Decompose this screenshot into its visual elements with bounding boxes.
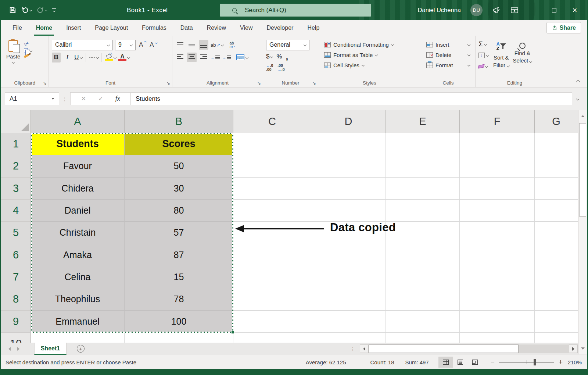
cell-F1[interactable]: [460, 133, 535, 155]
cell-F9[interactable]: [460, 311, 535, 333]
avatar[interactable]: DU: [470, 4, 483, 16]
cell-C1[interactable]: [233, 133, 311, 155]
cell-D2[interactable]: [311, 155, 386, 177]
row-header-3[interactable]: 3: [1, 178, 31, 200]
search-box[interactable]: Search (Alt+Q): [220, 4, 371, 17]
cell-G5[interactable]: [535, 222, 578, 244]
cell-C10[interactable]: [233, 333, 311, 343]
column-header-F[interactable]: F: [460, 110, 535, 133]
number-format-combo[interactable]: General: [266, 40, 309, 50]
align-left-button[interactable]: [175, 53, 185, 62]
find-select-button[interactable]: Find &Select: [511, 39, 534, 75]
cell-D1[interactable]: [311, 133, 386, 155]
format-painter-icon[interactable]: [24, 54, 29, 58]
zoom-slider-thumb[interactable]: [534, 359, 536, 365]
cell-E8[interactable]: [386, 288, 460, 310]
font-size-combo[interactable]: 9: [115, 40, 136, 50]
cell-C2[interactable]: [233, 155, 311, 177]
vertical-scrollbar[interactable]: [578, 110, 587, 343]
collapse-ribbon-icon[interactable]: [576, 80, 580, 84]
horizontal-scrollbar[interactable]: [360, 344, 578, 353]
cell-G8[interactable]: [535, 288, 578, 310]
cell-C4[interactable]: [233, 200, 311, 222]
user-name[interactable]: Daniel Uchenna: [418, 7, 461, 14]
cell-G2[interactable]: [535, 155, 578, 177]
cell-B4[interactable]: 80: [125, 200, 233, 222]
paste-button[interactable]: Paste: [4, 39, 22, 75]
tab-page-layout[interactable]: Page Layout: [88, 20, 135, 36]
increase-decimal-button[interactable]: ←.0.00: [266, 64, 273, 72]
borders-button[interactable]: [89, 53, 98, 63]
orientation-button[interactable]: ab↗: [211, 42, 223, 48]
scroll-down-icon[interactable]: [578, 343, 587, 354]
shrink-font-button[interactable]: A: [148, 41, 155, 49]
cell-F8[interactable]: [460, 288, 535, 310]
column-header-E[interactable]: E: [386, 110, 460, 133]
next-sheet-icon[interactable]: [17, 347, 19, 351]
scroll-left-icon[interactable]: [360, 344, 369, 353]
column-header-B[interactable]: B: [125, 110, 233, 133]
tab-help[interactable]: Help: [300, 20, 326, 36]
font-name-combo[interactable]: Calibri: [52, 40, 113, 50]
fill-color-button[interactable]: [105, 53, 116, 63]
top-align-button[interactable]: [175, 40, 185, 50]
cell-A3[interactable]: Chidera: [31, 178, 125, 200]
autosum-button[interactable]: Σ: [478, 39, 488, 49]
cell-F6[interactable]: [460, 244, 535, 266]
cell-C6[interactable]: [233, 244, 311, 266]
cell-E4[interactable]: [386, 200, 460, 222]
formula-input[interactable]: Students: [131, 92, 572, 105]
zoom-in-icon[interactable]: +: [559, 358, 563, 366]
cell-B6[interactable]: 87: [125, 244, 233, 266]
increase-indent-button[interactable]: →: [222, 55, 231, 60]
cell-C9[interactable]: [233, 311, 311, 333]
name-box[interactable]: A1: [5, 92, 59, 105]
tab-insert[interactable]: Insert: [59, 20, 88, 36]
wrap-text-button[interactable]: abc↩: [229, 41, 235, 49]
cell-A9[interactable]: Emmanuel: [31, 311, 125, 333]
tab-scroll-splitter[interactable]: ⋮: [350, 343, 355, 355]
cut-icon[interactable]: ✂: [23, 38, 33, 48]
cell-C3[interactable]: [233, 178, 311, 200]
font-dialog-launcher[interactable]: ↘: [166, 81, 170, 85]
cell-B10[interactable]: [125, 333, 233, 343]
cell-B9[interactable]: 100: [125, 311, 233, 333]
cell-F5[interactable]: [460, 222, 535, 244]
row-header-8[interactable]: 8: [1, 288, 31, 310]
tab-view[interactable]: View: [233, 20, 259, 36]
undo-button[interactable]: [21, 7, 32, 14]
cell-B1[interactable]: Scores: [125, 133, 233, 155]
cell-G7[interactable]: [535, 266, 578, 288]
undo-dropdown-icon[interactable]: [29, 9, 32, 11]
cell-G1[interactable]: [535, 133, 578, 155]
column-header-C[interactable]: C: [233, 110, 311, 133]
align-center-button[interactable]: [187, 53, 197, 62]
insert-cells-button[interactable]: Insert: [426, 39, 473, 50]
row-header-1[interactable]: 1: [1, 133, 31, 155]
cell-D8[interactable]: [311, 288, 386, 310]
merge-center-button[interactable]: ↔: [236, 54, 248, 60]
normal-view-button[interactable]: [438, 357, 453, 368]
cell-E7[interactable]: [386, 266, 460, 288]
tab-home[interactable]: Home: [29, 20, 59, 36]
cell-D9[interactable]: [311, 311, 386, 333]
cell-A6[interactable]: Amaka: [31, 244, 125, 266]
column-header-G[interactable]: G: [535, 110, 578, 133]
new-sheet-button[interactable]: +: [77, 345, 85, 353]
cell-D6[interactable]: [311, 244, 386, 266]
zoom-slider[interactable]: [499, 362, 554, 362]
row-header-6[interactable]: 6: [1, 244, 31, 266]
row-header-5[interactable]: 5: [1, 222, 31, 244]
conditional-formatting-button[interactable]: Conditional Formatting: [324, 39, 419, 50]
alignment-dialog-launcher[interactable]: ↘: [257, 81, 261, 85]
cell-B7[interactable]: 15: [125, 266, 233, 288]
tab-file[interactable]: File: [6, 20, 29, 36]
zoom-out-icon[interactable]: −: [491, 358, 495, 366]
copy-button[interactable]: [24, 48, 32, 53]
save-icon[interactable]: [9, 7, 16, 14]
customize-qat-icon[interactable]: [52, 8, 56, 12]
cell-F3[interactable]: [460, 178, 535, 200]
cell-E9[interactable]: [386, 311, 460, 333]
tab-data[interactable]: Data: [173, 20, 200, 36]
cell-G4[interactable]: [535, 200, 578, 222]
